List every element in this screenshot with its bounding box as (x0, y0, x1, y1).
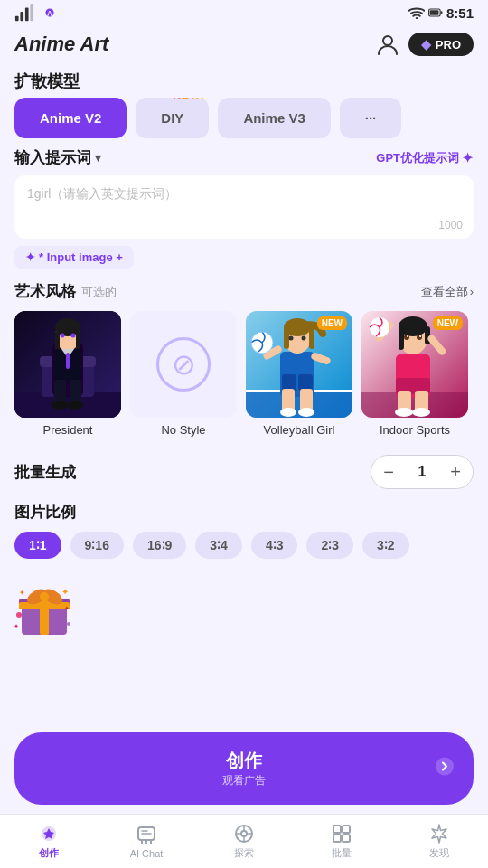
ratio-chip-16-9[interactable]: 16∶9 (133, 532, 186, 559)
svg-rect-0 (15, 16, 19, 21)
nav-label-ai-chat: AI Chat (130, 848, 164, 859)
style-card-img-no-style: ⊘ (130, 311, 237, 418)
nav-item-explore[interactable]: 探索 (195, 823, 293, 860)
prompt-textarea[interactable]: 1girl（请输入英文提示词） 1000 (14, 175, 474, 239)
nav-item-ai-chat[interactable]: AI Chat (98, 825, 195, 859)
nav-label-batch: 批量 (332, 846, 352, 860)
ratio-chip-2-3[interactable]: 2∶3 (306, 532, 353, 559)
ai-chat-nav-icon (136, 825, 157, 846)
svg-point-6 (416, 17, 418, 19)
style-card-img-indoor-sports: NEW (361, 311, 468, 418)
svg-rect-90 (333, 826, 341, 833)
textarea-placeholder: 1girl（请输入英文提示词） (27, 186, 461, 203)
svg-point-25 (61, 334, 65, 338)
style-card-label-no-style: No Style (130, 423, 237, 437)
svg-rect-55 (425, 326, 430, 344)
svg-point-57 (417, 335, 422, 340)
svg-rect-8 (430, 10, 439, 15)
svg-rect-37 (284, 327, 289, 349)
create-btn-wrapper: 创作 观看广告 (0, 723, 488, 814)
svg-text:✦: ✦ (64, 605, 70, 611)
app-icon: A (40, 3, 60, 23)
diamond-icon: ◆ (421, 37, 431, 52)
svg-rect-93 (343, 835, 350, 842)
style-card-label-indoor-sports: Indoor Sports (361, 423, 468, 437)
new-badge: NEW! (173, 98, 205, 101)
nav-item-create[interactable]: 创作 (0, 823, 98, 860)
header-actions: ◆ PRO (376, 33, 474, 56)
status-right: 8:51 (408, 5, 474, 21)
svg-text:✦: ✦ (19, 589, 25, 597)
batch-title: 批量生成 (14, 462, 76, 483)
style-card-img-president (14, 311, 121, 418)
svg-point-67 (412, 408, 430, 417)
style-card-volleyball[interactable]: NEW Volleyball Girl (246, 311, 352, 437)
svg-rect-28 (66, 353, 70, 369)
nav-item-batch[interactable]: 批量 (293, 823, 390, 860)
svg-point-59 (419, 335, 421, 337)
svg-rect-38 (309, 327, 314, 349)
profile-icon[interactable] (376, 33, 399, 56)
svg-point-81 (436, 758, 454, 776)
gpt-optimize-button[interactable]: GPT优化提示词 ✦ (376, 150, 474, 166)
style-card-president[interactable]: President (14, 311, 121, 437)
batch-nav-icon (331, 823, 352, 844)
char-count: 1000 (438, 219, 463, 231)
svg-rect-91 (343, 826, 350, 833)
ratio-chips: 1∶1 9∶16 16∶9 3∶4 4∶3 2∶3 3∶2 (14, 532, 474, 559)
input-image-button[interactable]: ✦ * Input image + (14, 246, 134, 269)
svg-rect-54 (399, 326, 404, 350)
pro-badge[interactable]: ◆ PRO (408, 33, 474, 56)
counter-value: 1 (406, 464, 438, 480)
style-card-no-style[interactable]: ⊘ No Style (130, 311, 237, 437)
tab-anime-v3[interactable]: Anime V3 (218, 98, 330, 138)
ratio-chip-9-16[interactable]: 9∶16 (70, 532, 124, 559)
svg-point-56 (404, 335, 409, 340)
style-card-label-president: President (14, 423, 121, 437)
svg-rect-34 (298, 374, 313, 391)
style-card-img-volleyball: NEW (246, 311, 352, 418)
svg-rect-1 (20, 12, 23, 21)
model-tabs: Anime V2 DIY NEW! Anime V3 ··· (0, 98, 488, 147)
bottom-nav: 创作 AI Chat 探索 批量 (0, 814, 488, 868)
nav-label-explore: 探索 (234, 846, 254, 860)
counter-minus-button[interactable]: − (371, 456, 406, 488)
svg-point-24 (67, 401, 83, 410)
ratio-chip-1-1[interactable]: 1∶1 (14, 532, 61, 559)
create-button[interactable]: 创作 观看广告 (14, 732, 474, 805)
art-style-subtitle: 可选的 (81, 284, 117, 300)
signal-icon (14, 3, 34, 23)
create-btn-subtitle: 观看广告 (222, 773, 266, 788)
status-left: A (14, 3, 60, 23)
nav-label-create: 创作 (39, 846, 59, 860)
style-card-label-volleyball: Volleyball Girl (246, 423, 352, 437)
svg-text:✦: ✦ (61, 587, 69, 597)
ratio-chip-3-2[interactable]: 3∶2 (362, 532, 409, 559)
diffusion-model-title: 扩散模型 (0, 63, 488, 98)
svg-text:A: A (47, 10, 52, 18)
style-cards-container: President ⊘ No Style (0, 307, 488, 448)
counter-plus-button[interactable]: + (438, 456, 473, 488)
battery-icon (428, 6, 443, 19)
art-style-title: 艺术风格 可选的 (14, 281, 117, 302)
discover-nav-icon (428, 823, 450, 844)
spark-icon: ✦ (462, 150, 474, 166)
svg-point-23 (52, 401, 68, 410)
style-card-indoor-sports[interactable]: NEW Indoor Sports (361, 311, 468, 437)
chevron-icon[interactable]: ▾ (95, 151, 101, 165)
tab-diy[interactable]: DIY NEW! (136, 98, 209, 138)
ratio-chip-4-3[interactable]: 4∶3 (251, 532, 298, 559)
input-label-row: 输入提示词 ▾ GPT优化提示词 ✦ (14, 147, 474, 168)
plus-icon: ✦ (25, 250, 35, 264)
time-display: 8:51 (446, 5, 474, 21)
ratio-chip-3-4[interactable]: 3∶4 (195, 532, 242, 559)
tab-anime-v2[interactable]: Anime V2 (14, 98, 127, 138)
svg-rect-9 (441, 11, 443, 14)
svg-point-39 (289, 336, 294, 341)
tab-more[interactable]: ··· (340, 98, 402, 138)
view-all-button[interactable]: 查看全部 › (421, 284, 474, 300)
counter: − 1 + (371, 455, 474, 489)
new-tag-indoor-sports: NEW (433, 316, 463, 330)
nav-item-discover[interactable]: 发现 (390, 823, 488, 860)
gift-icon[interactable]: ✦ ✦ ✦ ♦ (14, 579, 73, 648)
